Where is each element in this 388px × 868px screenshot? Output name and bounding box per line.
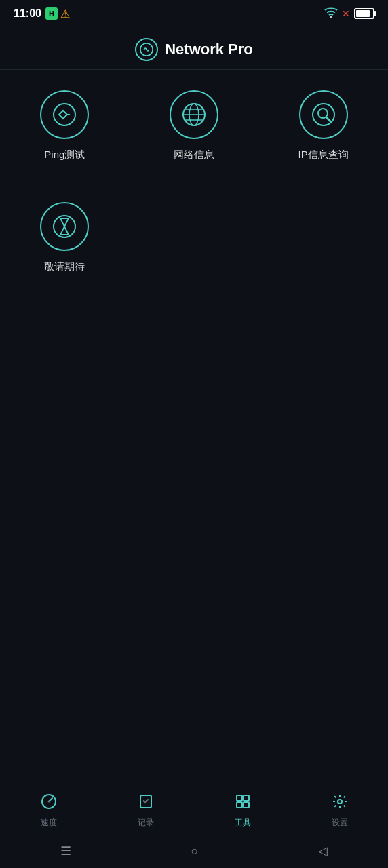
status-icons: H ⚠ bbox=[45, 7, 70, 20]
nav-item-settings[interactable]: 设置 bbox=[291, 793, 388, 829]
tool-grid-row-1: Ping测试 网络信息 bbox=[0, 70, 388, 182]
nav-item-speed[interactable]: 速度 bbox=[0, 793, 97, 829]
ping-test-label: Ping测试 bbox=[44, 149, 85, 161]
tool-grid-row-2: 敬请期待 bbox=[0, 182, 388, 294]
status-time: 11:00 bbox=[14, 7, 41, 20]
warning-icon: ⚠ bbox=[60, 7, 70, 20]
svg-line-10 bbox=[326, 117, 331, 122]
battery-icon bbox=[354, 8, 374, 19]
nav-speed-label: 速度 bbox=[41, 817, 57, 829]
speed-icon bbox=[41, 793, 57, 814]
svg-rect-18 bbox=[244, 795, 249, 801]
system-back-button[interactable]: ◁ bbox=[318, 844, 328, 859]
status-bar: 11:00 H ⚠ ✕ bbox=[0, 0, 388, 27]
ip-lookup-item[interactable]: IP信息查询 bbox=[258, 83, 388, 168]
ping-test-item[interactable]: Ping测试 bbox=[0, 83, 130, 168]
svg-point-21 bbox=[338, 800, 342, 804]
app-header: Network Pro bbox=[0, 27, 388, 70]
coming-soon-item[interactable]: 敬请期待 bbox=[0, 195, 130, 280]
network-info-item[interactable]: 网络信息 bbox=[130, 83, 259, 168]
ping-icon bbox=[40, 90, 89, 139]
nav-settings-label: 设置 bbox=[332, 817, 348, 829]
system-menu-button[interactable]: ☰ bbox=[60, 844, 71, 859]
system-nav: ☰ ○ ◁ bbox=[0, 834, 388, 868]
nav-records-label: 记录 bbox=[138, 817, 154, 829]
nav-item-records[interactable]: 记录 bbox=[97, 793, 194, 829]
status-right: ✕ bbox=[324, 7, 374, 20]
tools-icon bbox=[235, 793, 251, 814]
nav-item-tools[interactable]: 工具 bbox=[194, 793, 291, 829]
svg-point-0 bbox=[330, 16, 332, 18]
main-content: Ping测试 网络信息 bbox=[0, 70, 388, 294]
ip-lookup-icon bbox=[299, 90, 348, 139]
svg-point-2 bbox=[54, 104, 75, 125]
svg-rect-17 bbox=[237, 795, 242, 801]
network-info-icon bbox=[170, 90, 218, 139]
records-icon bbox=[138, 793, 154, 814]
wifi-icon bbox=[324, 7, 338, 20]
bottom-nav: 速度 记录 工具 设置 bbox=[0, 787, 388, 834]
status-icon-h: H bbox=[45, 7, 58, 20]
ip-lookup-label: IP信息查询 bbox=[298, 149, 349, 161]
status-left: 11:00 H ⚠ bbox=[14, 7, 70, 20]
network-info-label: 网络信息 bbox=[174, 149, 214, 161]
svg-rect-20 bbox=[244, 802, 249, 808]
system-home-button[interactable]: ○ bbox=[191, 844, 199, 859]
coming-soon-label: 敬请期待 bbox=[44, 260, 85, 273]
battery-x-icon: ✕ bbox=[342, 8, 350, 19]
app-logo-icon bbox=[135, 38, 158, 61]
svg-point-15 bbox=[47, 800, 50, 802]
app-title: Network Pro bbox=[165, 41, 253, 58]
nav-tools-label: 工具 bbox=[235, 817, 251, 829]
svg-rect-19 bbox=[237, 802, 242, 808]
coming-soon-icon bbox=[40, 202, 89, 251]
settings-icon bbox=[332, 793, 348, 814]
